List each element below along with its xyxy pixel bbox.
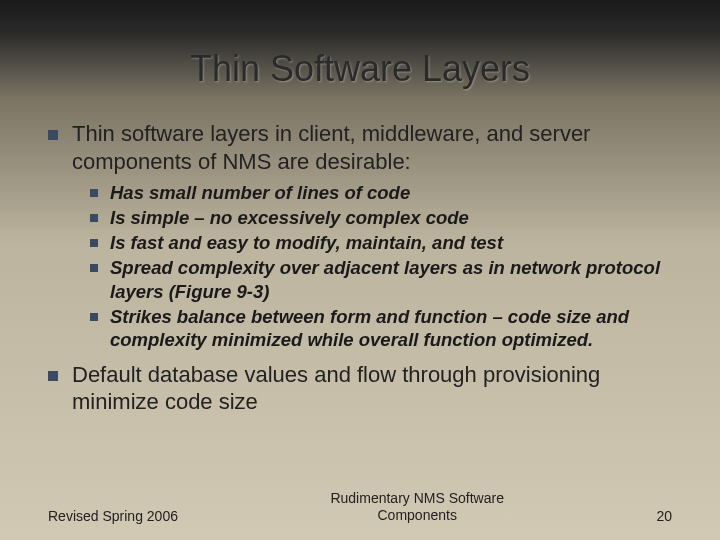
square-bullet-icon (90, 239, 98, 247)
bullet-level2: Is simple – no excessively complex code (90, 206, 672, 229)
square-bullet-icon (48, 130, 58, 140)
square-bullet-icon (90, 264, 98, 272)
bullet-level2: Has small number of lines of code (90, 181, 672, 204)
sub-bullet-text: Is fast and easy to modify, maintain, an… (110, 231, 503, 254)
bullet-text: Thin software layers in client, middlewa… (72, 120, 672, 175)
square-bullet-icon (90, 189, 98, 197)
bullet-level2: Is fast and easy to modify, maintain, an… (90, 231, 672, 254)
sub-bullet-text: Spread complexity over adjacent layers a… (110, 256, 672, 302)
footer-left: Revised Spring 2006 (48, 508, 178, 524)
footer-page-number: 20 (656, 508, 672, 524)
bullet-level2: Strikes balance between form and functio… (90, 305, 672, 351)
footer-center-line1: Rudimentary NMS Software (330, 490, 504, 506)
sub-bullet-text: Is simple – no excessively complex code (110, 206, 469, 229)
footer-center: Rudimentary NMS Software Components (330, 490, 504, 524)
bullet-level1: Thin software layers in client, middlewa… (48, 120, 672, 175)
bullet-level1: Default database values and flow through… (48, 361, 672, 416)
sub-bullet-text: Strikes balance between form and functio… (110, 305, 672, 351)
bullet-text: Default database values and flow through… (72, 361, 672, 416)
slide-content: Thin software layers in client, middlewa… (0, 90, 720, 416)
sub-bullets: Has small number of lines of code Is sim… (48, 181, 672, 351)
sub-bullet-text: Has small number of lines of code (110, 181, 410, 204)
bullet-level2: Spread complexity over adjacent layers a… (90, 256, 672, 302)
footer-center-line2: Components (378, 507, 457, 523)
slide-footer: Revised Spring 2006 Rudimentary NMS Soft… (0, 490, 720, 524)
slide-title: Thin Software Layers (0, 0, 720, 90)
slide: Thin Software Layers Thin software layer… (0, 0, 720, 540)
square-bullet-icon (90, 214, 98, 222)
square-bullet-icon (90, 313, 98, 321)
square-bullet-icon (48, 371, 58, 381)
